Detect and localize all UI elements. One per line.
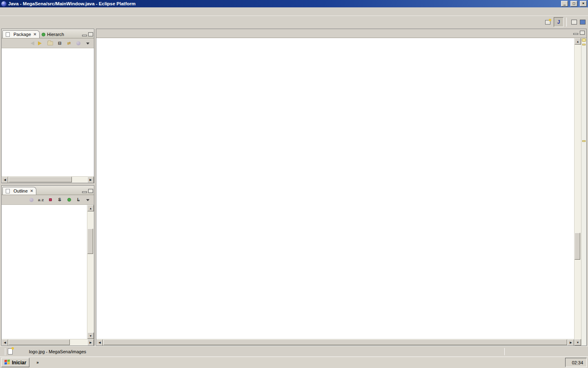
scroll-down-icon[interactable]: ▼ (87, 332, 94, 339)
package-tab-label: Package (13, 32, 31, 37)
minimize-editor-icon[interactable] (573, 33, 578, 35)
package-explorer-icon (6, 32, 10, 37)
overflow-chevron-icon[interactable]: » (35, 360, 40, 365)
scroll-thumb[interactable] (87, 229, 93, 254)
scroll-thumb[interactable] (9, 177, 72, 182)
forward-icon[interactable] (37, 40, 45, 47)
scroll-down-icon[interactable]: ▼ (575, 339, 581, 346)
fast-view-icon[interactable] (8, 348, 13, 355)
outline-list (2, 205, 87, 339)
sort-icon[interactable]: a↓z (37, 196, 45, 204)
status-text: logo.jpg - MegaSena/images (29, 349, 86, 354)
status-separator (5, 348, 5, 355)
main-toolbar: J (0, 16, 588, 29)
scroll-left-icon[interactable]: ◀ (2, 339, 8, 346)
back-icon[interactable] (28, 40, 35, 47)
link-with-editor-icon[interactable]: ⇄ (65, 40, 73, 47)
view-menu-icon[interactable] (84, 196, 91, 204)
filters-icon[interactable] (75, 40, 82, 47)
scroll-right-icon[interactable]: ▶ (87, 339, 94, 346)
package-explorer-view: Package ✕ Hierarch ⊟ ⇄ (1, 29, 94, 183)
view-menu-icon[interactable] (84, 40, 91, 47)
maximize-view-icon[interactable] (88, 189, 93, 193)
java-perspective-icon: J (557, 19, 560, 25)
status-bar: logo.jpg - MegaSena/images (0, 346, 588, 357)
outline-view-header: Outline ✕ (2, 186, 94, 195)
workbench-area: Package ✕ Hierarch ⊟ ⇄ (0, 29, 588, 346)
hide-local-types-icon[interactable]: L (75, 196, 82, 204)
close-window-button[interactable]: × (580, 1, 587, 7)
start-button[interactable]: Iniciar (1, 358, 29, 367)
scroll-left-icon[interactable]: ◀ (96, 339, 103, 346)
outline-hscrollbar[interactable]: ◀ ▶ (2, 339, 94, 346)
fast-view-button[interactable] (571, 20, 577, 25)
scroll-thumb[interactable] (9, 339, 70, 345)
open-perspective-icon (545, 20, 550, 25)
package-tree (2, 48, 94, 176)
annotation-header-icon[interactable] (582, 38, 586, 42)
open-perspective-button[interactable] (543, 17, 552, 27)
minimize-view-icon[interactable] (82, 35, 87, 36)
close-icon[interactable]: ✕ (29, 189, 33, 193)
status-separator (504, 348, 505, 355)
windows-taskbar: Iniciar » 02:34 (0, 357, 588, 368)
outline-view: Outline ✕ a↓z S L ▲ (1, 185, 94, 346)
editor-tab-row (96, 29, 586, 38)
editor-vscrollbar[interactable]: ▲ ▼ (574, 38, 581, 346)
windows-flag-icon (4, 360, 10, 366)
menu-bar (0, 7, 588, 16)
scroll-up-icon[interactable]: ▲ (87, 205, 94, 211)
overview-warning-marker[interactable] (582, 140, 586, 142)
scroll-thumb[interactable] (103, 339, 567, 345)
editor-wrap: ◀ ▶ ▲ ▼ (96, 38, 586, 346)
restore-window-button[interactable]: □ (570, 1, 577, 7)
outline-body: ▲ ▼ (2, 205, 94, 339)
toolbar-separator (566, 18, 567, 27)
editor-area-button[interactable] (580, 20, 586, 25)
hide-static-icon[interactable]: S (56, 196, 63, 204)
editor-hscrollbar[interactable]: ◀ ▶ (96, 339, 574, 346)
maximize-editor-icon[interactable] (580, 31, 585, 35)
code-area[interactable] (96, 38, 574, 339)
taskbar-clock: 02:34 (570, 360, 583, 365)
system-tray: 02:34 (565, 358, 587, 367)
scroll-left-icon[interactable]: ◀ (2, 177, 8, 183)
java-perspective-button[interactable]: J (554, 17, 564, 27)
window-title: Java - MegaSena/src/MainWindow.java - Ec… (8, 1, 559, 6)
close-icon[interactable]: ✕ (33, 32, 37, 36)
tab-type-hierarchy[interactable]: Hierarch (40, 31, 67, 38)
package-view-toolbar: ⊟ ⇄ (2, 38, 94, 48)
hide-fields-icon[interactable] (47, 196, 54, 204)
start-label: Iniciar (12, 360, 26, 366)
minimize-window-button[interactable]: _ (561, 1, 568, 7)
left-panel: Package ✕ Hierarch ⊟ ⇄ (1, 29, 94, 346)
overview-ruler[interactable] (581, 38, 586, 346)
title-bar: Java - MegaSena/src/MainWindow.java - Ec… (0, 0, 588, 7)
outline-tab-label: Outline (13, 188, 28, 193)
tab-package-explorer[interactable]: Package ✕ (2, 30, 40, 38)
eclipse-logo-icon (1, 1, 7, 7)
scroll-thumb[interactable] (575, 233, 580, 260)
scroll-right-icon[interactable]: ▶ (568, 339, 574, 346)
focus-icon[interactable] (28, 196, 35, 204)
collapse-all-icon[interactable]: ⊟ (56, 40, 63, 47)
up-icon[interactable] (47, 40, 54, 47)
scroll-up-icon[interactable]: ▲ (575, 38, 581, 45)
outline-icon (6, 189, 10, 193)
outline-vscrollbar[interactable]: ▲ ▼ (87, 205, 94, 339)
hierarchy-tab-label: Hierarch (47, 32, 64, 37)
outline-view-toolbar: a↓z S L (2, 195, 94, 205)
maximize-view-icon[interactable] (88, 32, 93, 36)
perspective-bar: J (543, 17, 586, 27)
hierarchy-icon (42, 33, 45, 36)
hide-non-public-icon[interactable] (65, 196, 73, 204)
package-view-header: Package ✕ Hierarch (2, 29, 94, 38)
tab-outline[interactable]: Outline ✕ (2, 187, 36, 195)
package-hscrollbar[interactable]: ◀ ▶ (2, 176, 94, 183)
overview-warning-marker[interactable] (582, 44, 586, 45)
scroll-right-icon[interactable]: ▶ (87, 177, 94, 183)
minimize-view-icon[interactable] (82, 191, 87, 193)
editor-area: ◀ ▶ ▲ ▼ (96, 29, 587, 346)
